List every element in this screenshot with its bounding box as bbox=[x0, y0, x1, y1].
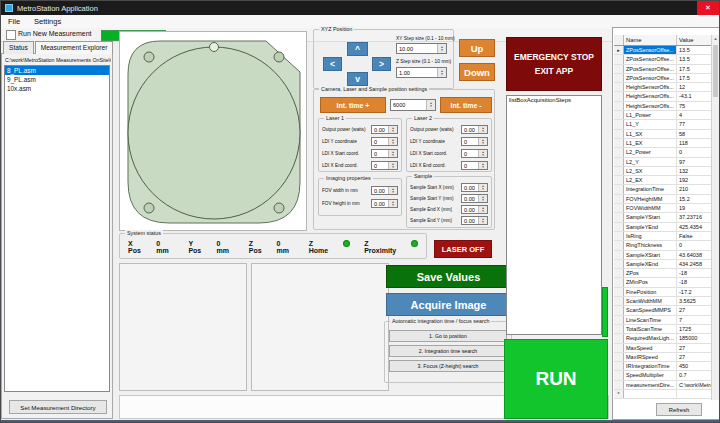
table-row[interactable]: L1_SX 58 bbox=[614, 130, 712, 139]
emergency-stop-button[interactable]: EMERGENCY STOP EXIT APP bbox=[506, 37, 602, 91]
table-row[interactable]: TotalScanTime 1725 bbox=[614, 325, 712, 334]
table-row[interactable]: LineScanTime 7 bbox=[614, 316, 712, 325]
row-header[interactable] bbox=[614, 55, 624, 63]
list-item[interactable]: 9_PL.asm bbox=[5, 75, 109, 84]
spinner-icon[interactable] bbox=[437, 68, 446, 77]
row-header[interactable] bbox=[614, 167, 624, 175]
menu-item[interactable]: Settings bbox=[27, 15, 68, 28]
spinner-icon[interactable] bbox=[388, 200, 397, 207]
table-row[interactable]: MaxSpeed 27 bbox=[614, 344, 712, 353]
laser-off-button[interactable]: LASER OFF bbox=[434, 240, 492, 258]
table-row[interactable]: FinePosition -17.2 bbox=[614, 288, 712, 297]
table-row[interactable]: IntegrationTime 210 bbox=[614, 185, 712, 194]
spinner-icon[interactable] bbox=[478, 162, 487, 169]
table-row[interactable]: L2_EX 192 bbox=[614, 176, 712, 185]
row-header[interactable] bbox=[614, 260, 624, 268]
table-row[interactable]: HeightSensorOffs... 12 bbox=[614, 83, 712, 92]
table-row[interactable]: SampleYEnd 425.4354 bbox=[614, 223, 712, 232]
table-row[interactable]: L1_Power 4 bbox=[614, 111, 712, 120]
numeric-input[interactable]: 0.00 bbox=[461, 216, 488, 225]
list-item[interactable]: 10x.asm bbox=[5, 84, 109, 93]
spinner-icon[interactable] bbox=[388, 162, 397, 169]
table-row[interactable]: RingThickness 0 bbox=[614, 241, 712, 250]
xy-step-input[interactable]: 10.00 bbox=[396, 43, 447, 54]
int-time-minus-button[interactable]: Int. time - bbox=[440, 97, 492, 113]
numeric-input[interactable]: 0 bbox=[461, 149, 488, 158]
table-row[interactable]: L1_Y 77 bbox=[614, 120, 712, 129]
auto-search-step-button[interactable]: 1. Go to position bbox=[389, 330, 507, 342]
row-header[interactable] bbox=[614, 344, 624, 352]
table-row[interactable]: RequiredMaxLigh... 185000 bbox=[614, 334, 712, 343]
auto-search-step-button[interactable]: 3. Focus (Z-height) search bbox=[389, 360, 507, 372]
row-header[interactable] bbox=[614, 306, 624, 314]
grid-column-value[interactable]: Value bbox=[677, 35, 712, 45]
table-row[interactable]: measurementDire... C:\work\MetroSt... bbox=[614, 381, 712, 390]
row-header[interactable] bbox=[614, 269, 624, 277]
table-row[interactable]: ScanSpeedMMPS 27 bbox=[614, 306, 712, 315]
z-step-input[interactable]: 1.00 bbox=[396, 67, 447, 78]
spinner-icon[interactable] bbox=[478, 150, 487, 157]
grid-scrollbar[interactable] bbox=[711, 35, 719, 400]
measurement-file-list[interactable]: 8_PL.asm9_PL.asm10x.asm bbox=[4, 65, 110, 392]
spinner-icon[interactable] bbox=[388, 150, 397, 157]
menu-item[interactable]: File bbox=[1, 15, 27, 28]
row-header[interactable] bbox=[614, 371, 624, 379]
table-row[interactable]: SpeedMultiplier 0.7 bbox=[614, 371, 712, 380]
tab[interactable]: Status bbox=[3, 41, 34, 54]
run-new-measurement-checkbox[interactable] bbox=[6, 30, 16, 40]
row-header[interactable] bbox=[614, 223, 624, 231]
row-header[interactable] bbox=[614, 241, 624, 249]
row-header[interactable] bbox=[614, 83, 624, 91]
row-header[interactable] bbox=[614, 278, 624, 286]
row-header[interactable] bbox=[614, 232, 624, 240]
table-row[interactable]: L1_EX 118 bbox=[614, 139, 712, 148]
table-row[interactable]: ZPosSensorOffse... 17.5 bbox=[614, 74, 712, 83]
row-header[interactable] bbox=[614, 102, 624, 110]
auto-search-step-button[interactable]: 2. Integration time search bbox=[389, 345, 507, 357]
table-row[interactable]: FOVHeightMM 15.2 bbox=[614, 195, 712, 204]
row-header[interactable] bbox=[614, 139, 624, 147]
run-button[interactable]: RUN bbox=[504, 339, 608, 419]
numeric-input[interactable]: 0 bbox=[461, 161, 488, 170]
row-header[interactable]: * bbox=[614, 390, 624, 398]
row-header[interactable] bbox=[614, 334, 624, 342]
row-header[interactable] bbox=[614, 65, 624, 73]
numeric-input[interactable]: 0 bbox=[371, 137, 398, 146]
spinner-icon[interactable] bbox=[388, 187, 397, 194]
z-down-button[interactable]: Down bbox=[459, 63, 495, 81]
numeric-input[interactable]: 0.00 bbox=[461, 183, 488, 192]
row-header[interactable] bbox=[614, 204, 624, 212]
acquire-image-button[interactable]: Acquire Image bbox=[386, 293, 511, 316]
spinner-icon[interactable] bbox=[426, 100, 435, 110]
spinner-icon[interactable] bbox=[388, 126, 397, 133]
row-header[interactable] bbox=[614, 92, 624, 100]
table-row[interactable]: ScanWidthMM 3.5625 bbox=[614, 297, 712, 306]
tab[interactable]: Measurement Explorer bbox=[35, 41, 114, 54]
row-header[interactable] bbox=[614, 158, 624, 166]
table-row[interactable]: SampleXStart 43.64038 bbox=[614, 251, 712, 260]
spinner-icon[interactable] bbox=[388, 138, 397, 145]
table-row[interactable]: SampleXEnd 434.2458 bbox=[614, 260, 712, 269]
row-header[interactable] bbox=[614, 213, 624, 221]
spinner-icon[interactable] bbox=[478, 217, 487, 224]
acquisition-steps-listbox[interactable]: listBoxAcquisitionSteps bbox=[506, 95, 602, 335]
grid-column-name[interactable]: Name bbox=[624, 35, 677, 45]
row-header[interactable] bbox=[614, 353, 624, 361]
row-header[interactable] bbox=[614, 288, 624, 296]
set-measurement-directory-button[interactable]: Set Measurement Directory bbox=[9, 400, 107, 414]
spinner-icon[interactable] bbox=[478, 138, 487, 145]
table-row[interactable]: ▸ ZPosSensorOffse... 13.5 bbox=[614, 46, 712, 55]
numeric-input[interactable]: 0 bbox=[371, 161, 398, 170]
row-header[interactable] bbox=[614, 130, 624, 138]
move-right-arrow-button[interactable]: > bbox=[372, 57, 391, 71]
table-row[interactable]: HeightSensorOffs... -43.1 bbox=[614, 92, 712, 101]
row-header[interactable]: ▸ bbox=[614, 46, 624, 54]
table-row[interactable]: SampleYStart 37.23716 bbox=[614, 213, 712, 222]
table-row[interactable]: L2_SX 132 bbox=[614, 167, 712, 176]
save-values-button[interactable]: Save Values bbox=[386, 265, 511, 288]
table-row[interactable]: MaxIRSpeed 27 bbox=[614, 353, 712, 362]
row-header[interactable] bbox=[614, 325, 624, 333]
row-header[interactable] bbox=[614, 362, 624, 370]
row-header[interactable] bbox=[614, 297, 624, 305]
numeric-input[interactable]: 0.00 bbox=[371, 186, 398, 195]
